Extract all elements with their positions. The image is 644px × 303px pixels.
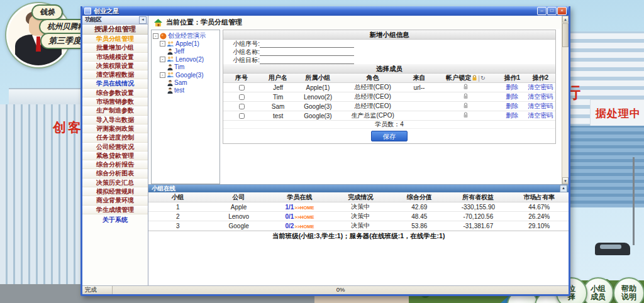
group-goal-input[interactable] (260, 57, 354, 64)
online-status: 决策中 (329, 221, 392, 231)
col-group: 所属小组 (296, 74, 340, 83)
delete-link[interactable]: 删除 (506, 84, 518, 91)
member-checkbox[interactable] (239, 113, 245, 119)
round-button-help[interactable]: 帮助 说明 (613, 277, 644, 303)
sidebar-item-analysis-chart[interactable]: 综合分析图表 (82, 169, 148, 178)
clear-password-link[interactable]: 清空密码 (528, 93, 553, 100)
member-icon (167, 64, 173, 70)
expander-icon[interactable]: - (160, 72, 165, 78)
clear-password-link[interactable]: 清空密码 (528, 84, 553, 91)
clear-password-link[interactable]: 清空密码 (528, 102, 553, 109)
home-link[interactable]: >>HOME (294, 214, 314, 220)
background-sign-right: 据处理中 (596, 106, 641, 121)
online-count-cell: 1/1>>HOME (270, 202, 330, 212)
menu-group-header: 授课分组管理 (82, 25, 148, 35)
col-account-lock: 帐户锁定|↻ (433, 74, 499, 83)
tree-member-label[interactable]: Tim (174, 63, 184, 70)
tree-member-label[interactable]: Sam (174, 79, 187, 86)
sidebar-item-decision-permission[interactable]: 决策权限设置 (82, 62, 148, 70)
tree-group-label[interactable]: Google(3) (175, 72, 203, 79)
member-role: 生产总监(CPO) (340, 111, 406, 121)
close-button[interactable]: × (557, 7, 567, 15)
scroll-down-icon[interactable]: ▼ (562, 177, 569, 184)
member-lock-cell (433, 102, 499, 111)
sidebar-item-business-background[interactable]: 商业背景环境 (82, 196, 148, 205)
lock-icon[interactable] (463, 102, 469, 109)
maximize-button[interactable]: □ (547, 7, 557, 15)
online-share: 44.67% (509, 202, 569, 212)
round-button-label: 小组 (591, 285, 606, 293)
tree-root-label[interactable]: 创业经营演示 (168, 31, 206, 40)
tree-member-jeff[interactable]: Jeff (153, 48, 218, 55)
tree-group-apple[interactable]: - Apple(1) (153, 40, 218, 47)
unlock-all-icon[interactable]: ↻ (480, 75, 486, 81)
function-panel: 功能区 ◄ 授课分组管理 学员分组管理 批量增加小组 市场规模设置 决策权限设置… (82, 16, 148, 285)
scroll-thumb[interactable] (562, 23, 569, 47)
tree-member-label[interactable]: test (174, 87, 184, 94)
clear-password-link[interactable]: 清空密码 (528, 112, 553, 119)
lock-icon[interactable] (463, 93, 469, 99)
expander-icon[interactable]: - (153, 33, 158, 39)
sidebar-item-general-params[interactable]: 综合参数设置 (82, 89, 148, 97)
sidebar-item-task-progress[interactable]: 任务进度控制 (82, 133, 148, 142)
sidebar-item-student-grouping[interactable]: 学员分组管理 (82, 35, 148, 43)
member-row: Tim Lenovo(2) 总经理(CEO) 删除 清空密码 (223, 92, 555, 102)
tree-member-sam[interactable]: Sam (153, 79, 218, 86)
online-equity: -330,155.90 (447, 202, 509, 212)
col-op1: 操作1 (499, 74, 525, 83)
tree-group-lenovo[interactable]: - Lenovo(2) (153, 55, 218, 63)
expander-icon[interactable]: - (160, 41, 165, 47)
sidebar-item-decision-history[interactable]: 决策历史汇总 (82, 179, 148, 187)
panel-collapse-icon[interactable]: ◄ (139, 16, 147, 24)
delete-link[interactable]: 删除 (506, 102, 518, 109)
member-checkbox[interactable] (239, 85, 245, 91)
member-role: 总经理(CEO) (340, 83, 406, 92)
tree-member-label[interactable]: Jeff (174, 48, 184, 55)
group-name-input[interactable] (260, 48, 354, 56)
group-tree-panel: - 创业经营演示 - Apple(1) Jeff - (151, 30, 220, 184)
home-link[interactable]: >>HOME (294, 224, 314, 229)
member-checkbox[interactable] (239, 94, 245, 100)
delete-link[interactable]: 删除 (506, 112, 518, 119)
player-name-pill: 钱焕 (31, 4, 63, 20)
save-button[interactable]: 保存 (371, 131, 408, 141)
tree-group-label[interactable]: Apple(1) (175, 40, 199, 47)
col-group-no: 小组 (148, 192, 208, 202)
sidebar-item-company-status[interactable]: 公司经营状况 (82, 143, 148, 152)
members-table: 序号 用户名 所属小组 角色 来自 帐户锁定|↻ 操作1 操作2 (223, 74, 555, 121)
sidebar-item-production-params[interactable]: 生产制造参数 (82, 106, 148, 115)
online-count: 0/2 (285, 223, 294, 229)
sidebar-item-simulation-rules[interactable]: 模拟经营规则 (82, 187, 148, 196)
lock-icon[interactable] (463, 112, 469, 118)
online-panel-empty-area (148, 241, 569, 285)
delete-link[interactable]: 删除 (506, 93, 518, 100)
tree-root[interactable]: - 创业经营演示 (153, 32, 218, 40)
sidebar-item-import-export[interactable]: 导入导出数据 (82, 116, 148, 124)
sidebar-item-students-online[interactable]: 学员在线情况 (82, 79, 148, 88)
sidebar-item-clear-course-data[interactable]: 清空课程数据 (82, 70, 148, 79)
scrollbar[interactable]: ▲ ▼ (562, 16, 569, 184)
member-checkbox[interactable] (239, 104, 245, 109)
game-screen: 创客 行 据处理中 钱焕 杭州贝腾科技有 第三季度 位 择 小组 成员 帮助 说… (0, 0, 644, 303)
sidebar-item-student-scores[interactable]: 学生成绩管理 (82, 206, 148, 214)
sidebar-item-case-policy[interactable]: 评测案例政策 (82, 124, 148, 133)
tree-group-label[interactable]: Lenovo(2) (175, 56, 204, 63)
expander-icon[interactable]: - (160, 57, 165, 62)
tree-group-google[interactable]: - Google(3) (153, 71, 218, 79)
home-link[interactable]: >>HOME (294, 205, 314, 211)
lock-icon[interactable] (463, 84, 469, 90)
group-number-input[interactable] (260, 40, 354, 48)
scroll-up-icon[interactable]: ▲ (562, 16, 569, 23)
member-group: Google(3) (296, 111, 340, 121)
sidebar-item-about-system[interactable]: 关于系统 (82, 216, 148, 224)
sidebar-item-batch-add-group[interactable]: 批量增加小组 (82, 43, 148, 52)
minimize-button[interactable]: – (537, 7, 547, 15)
online-score: 48.45 (392, 212, 447, 221)
sidebar-item-analysis-report[interactable]: 综合分析报告 (82, 160, 148, 169)
sidebar-item-marketing-params[interactable]: 市场营销参数 (82, 97, 148, 106)
sidebar-item-emergency-loan[interactable]: 紧急贷款管理 (82, 152, 148, 160)
online-collapse-icon[interactable]: ▲ (560, 185, 567, 192)
tree-member-tim[interactable]: Tim (153, 63, 218, 71)
sidebar-item-market-scale[interactable]: 市场规模设置 (82, 53, 148, 62)
tree-member-test[interactable]: test (153, 87, 218, 94)
